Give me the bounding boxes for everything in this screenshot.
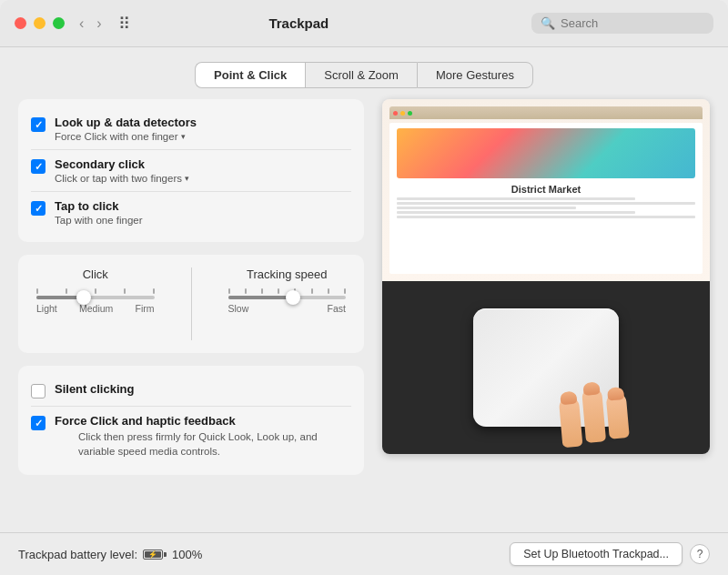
preview-text-line [397,197,635,200]
mini-maximize-dot [408,111,412,116]
secondary-click-subtitle[interactable]: Click or tap with two fingers ▾ [55,173,351,184]
main-content: ✓ Look up & data detectors Force Click w… [0,99,728,475]
search-container: 🔍 [531,13,713,34]
search-icon: 🔍 [541,16,555,30]
search-input[interactable] [561,16,704,30]
silent-clicking-checkbox[interactable] [31,384,46,398]
trackpad-visual [473,308,619,427]
gesture-settings: ✓ Look up & data detectors Force Click w… [18,99,364,242]
look-up-title: Look up & data detectors [55,116,351,129]
look-up-subtitle[interactable]: Force Click with one finger ▾ [55,131,351,142]
maximize-button[interactable] [53,17,65,29]
battery-info: Trackpad battery level: ⚡ 100% [18,548,202,561]
force-click-setting: ✓ Force Click and haptic feedback Click … [31,407,351,466]
preview-image [397,128,695,178]
tap-to-click-setting: ✓ Tap to click Tap with one finger [31,192,351,233]
tick-light: Light [36,303,57,314]
tap-to-click-checkbox[interactable]: ✓ [31,201,46,216]
battery-percent: 100% [172,548,202,561]
preview-content: District Market [389,123,703,274]
tick-slow: Slow [228,303,249,314]
checkmark-icon: ✓ [35,120,43,130]
click-slider-track[interactable] [36,296,155,299]
checkmark-icon: ✓ [35,162,43,172]
preview-screenshot-area: District Market [382,99,710,281]
divider [191,267,192,340]
preview-mac-bar [389,106,703,119]
slider-dot [344,288,346,294]
tracking-slider-fill [228,296,293,299]
click-slider-group: Click Light Medium Firm [36,267,155,340]
click-slider-ticks: Light Medium Firm [36,303,155,314]
title-bar: ‹ › ⠿ Trackpad 🔍 [0,0,728,47]
close-button[interactable] [15,17,26,29]
force-click-checkbox[interactable]: ✓ [31,416,46,430]
slider-dot [311,288,313,294]
slider-dot [245,288,247,294]
tick-fast: Fast [328,303,346,314]
secondary-click-title: Secondary click [55,157,351,171]
preview-text-line [397,202,695,205]
bluetooth-setup-button[interactable]: Set Up Bluetooth Trackpad... [510,542,682,566]
minimize-button[interactable] [34,17,46,29]
status-right: Set Up Bluetooth Trackpad... ? [510,542,710,566]
slider-dot [95,288,96,294]
battery-icon: ⚡ [143,550,167,560]
website-preview: District Market [382,99,710,281]
slider-dot [66,288,67,294]
force-click-description: Click then press firmly for Quick Look, … [55,429,351,459]
preview-text-line [397,211,635,214]
tap-to-click-text: Tap to click Tap with one finger [55,199,351,226]
right-panel: District Market [382,99,710,475]
tab-point-click[interactable]: Point & Click [195,62,305,88]
checkmark-icon: ✓ [35,204,43,214]
tap-to-click-subtitle: Tap with one finger [55,215,351,226]
look-up-checkbox[interactable]: ✓ [31,117,46,132]
slider-dot [228,288,230,294]
bottom-settings: Silent clicking ✓ Force Click and haptic… [18,366,364,475]
secondary-click-setting: ✓ Secondary click Click or tap with two … [31,150,351,192]
left-panel: ✓ Look up & data detectors Force Click w… [18,99,364,475]
slider-dot [36,288,38,294]
slider-dot [278,288,279,294]
click-slider-label: Click [36,267,155,281]
checkmark-icon: ✓ [35,419,43,429]
tracking-speed-label: Tracking speed [228,267,347,281]
slider-dot [328,288,329,294]
battery-label: Trackpad battery level: [18,548,137,561]
mini-minimize-dot [400,111,405,116]
help-button[interactable]: ? [690,544,710,564]
tracking-slider-thumb[interactable] [286,290,300,305]
preview-site-title: District Market [397,184,695,195]
lightning-icon: ⚡ [148,550,157,559]
look-up-setting: ✓ Look up & data detectors Force Click w… [31,108,351,150]
secondary-click-checkbox[interactable]: ✓ [31,159,46,174]
tab-bar: Point & Click Scroll & Zoom More Gesture… [0,47,728,99]
tracking-speed-slider-group: Tracking speed Slow Fast [228,267,347,340]
mini-close-dot [393,111,398,116]
chevron-down-icon: ▾ [181,132,186,141]
silent-clicking-title: Silent clicking [55,382,351,396]
preview-container: District Market [382,99,710,454]
tick-firm: Firm [135,303,154,314]
preview-text-line [397,216,695,218]
silent-clicking-setting: Silent clicking [31,375,351,407]
tap-to-click-title: Tap to click [55,199,351,213]
tracking-slider-track[interactable] [228,296,347,299]
slider-dot [153,288,155,294]
battery-body: ⚡ [143,550,163,560]
tab-scroll-zoom[interactable]: Scroll & Zoom [305,62,417,88]
window-title: Trackpad [66,15,531,31]
click-slider-thumb[interactable] [76,290,91,305]
force-click-text: Force Click and haptic feedback Click th… [55,414,351,459]
trackpad-photo [382,281,710,454]
tab-more-gestures[interactable]: More Gestures [417,62,533,88]
sliders-section: Click Light Medium Firm [18,255,364,353]
force-click-title: Force Click and haptic feedback [55,414,351,428]
tracking-slider-ticks: Slow Fast [228,303,347,314]
slider-dot [261,288,263,294]
slider-dot [124,288,126,294]
look-up-text: Look up & data detectors Force Click wit… [55,116,351,142]
status-bar: Trackpad battery level: ⚡ 100% Set Up Bl… [0,532,728,575]
battery-tip [164,552,167,557]
